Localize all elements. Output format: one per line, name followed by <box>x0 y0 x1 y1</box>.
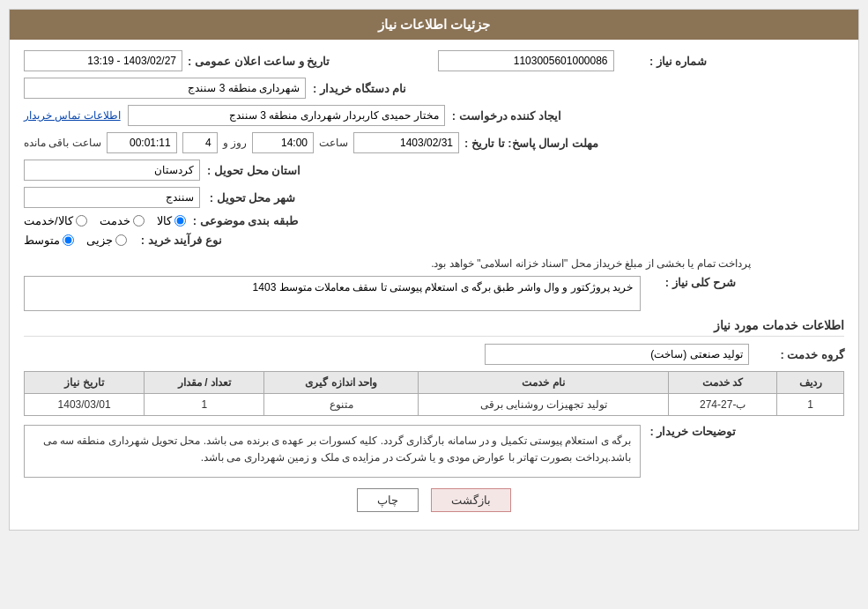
shahr-label: شهر محل تحویل : <box>207 191 295 204</box>
cell-count: 1 <box>145 394 264 416</box>
mohlet-remaining-label: ساعت باقی مانده <box>24 137 101 149</box>
col-code: کد خدمت <box>669 372 777 394</box>
col-date: تاریخ نیاز <box>25 372 145 394</box>
ijad-label: ایجاد کننده درخواست : <box>452 109 561 123</box>
tabaqe-khedmat-label: خدمت <box>100 214 130 227</box>
farind-jozi-radio[interactable] <box>115 234 127 246</box>
farind-jozi-label: جزیی <box>86 234 113 247</box>
shomara-niaz-label: شماره نیاز : <box>619 55 708 68</box>
farind-motavaset-radio[interactable] <box>63 234 74 246</box>
services-section-title: اطلاعات خدمات مورد نیاز <box>24 318 844 337</box>
mohlet-date-input[interactable] <box>353 132 459 153</box>
mohlet-label: مهلت ارسال پاسخ: تا تاریخ : <box>464 137 598 150</box>
mohlet-rooz-label: روز و <box>223 137 247 149</box>
mohlet-saat-label: ساعت <box>319 137 348 149</box>
print-button[interactable]: چاپ <box>357 488 419 512</box>
col-radif: ردیف <box>777 372 844 394</box>
col-unit: واحد اندازه گیری <box>264 372 418 394</box>
tabaqe-kala-khedmat-label: کالا/خدمت <box>24 214 73 227</box>
farind-label: نوع فرآیند خرید : <box>134 234 222 247</box>
col-count: تعداد / مقدار <box>145 372 264 394</box>
tabaqe-kala-khedmat-item[interactable]: کالا/خدمت <box>24 214 87 227</box>
sharh-textarea[interactable]: خرید پروژکتور و وال واشر طبق برگه ی استع… <box>24 276 641 311</box>
table-row: 1 ب-27-274 تولید تجهیزات روشنایی برقی مت… <box>25 394 844 416</box>
nam-dastgah-label: نام دستگاه خریدار : <box>313 82 406 95</box>
page-title: جزئیات اطلاعات نیاز <box>10 10 858 40</box>
notes-label: توضیحات خریدار : <box>648 425 736 438</box>
cell-date: 1403/03/01 <box>25 394 145 416</box>
tarikh-input[interactable] <box>24 50 182 71</box>
tabaqe-kala-radio[interactable] <box>174 215 186 227</box>
tabaqe-kala-label: کالا <box>157 214 172 227</box>
tabaqe-radio-group: کالا خدمت کالا/خدمت <box>24 214 186 227</box>
shomara-niaz-input[interactable] <box>438 50 614 71</box>
mohlet-saat-input[interactable] <box>252 132 314 153</box>
mohlet-remaining-input[interactable] <box>107 132 177 153</box>
service-table: ردیف کد خدمت نام خدمت واحد اندازه گیری ت… <box>24 371 844 416</box>
cell-code: ب-27-274 <box>669 394 777 416</box>
ostan-input[interactable] <box>24 160 200 181</box>
farind-jozi-item[interactable]: جزیی <box>86 234 127 247</box>
bottom-buttons: بازگشت چاپ <box>24 488 844 512</box>
tarikh-label: تاریخ و ساعت اعلان عمومی : <box>188 55 330 68</box>
tabaqe-khedmat-radio[interactable] <box>133 215 145 227</box>
farind-motavaset-item[interactable]: متوسط <box>24 234 74 247</box>
cell-name: تولید تجهیزات روشنایی برقی <box>418 394 669 416</box>
group-service-input[interactable] <box>485 344 749 365</box>
shahr-input[interactable] <box>24 187 200 208</box>
tabaqe-label: طبقه بندی موضوعی : <box>193 214 298 227</box>
farind-note: پرداخت تمام یا بخشی از مبلغ خریداز محل "… <box>431 257 751 270</box>
ijad-input[interactable] <box>128 105 445 126</box>
farind-radio-group: جزیی متوسط <box>24 234 127 247</box>
cell-unit: متنوع <box>264 394 418 416</box>
tabaqe-kala-khedmat-radio[interactable] <box>76 215 87 227</box>
col-name: نام خدمت <box>418 372 669 394</box>
back-button[interactable]: بازگشت <box>431 488 511 512</box>
tabaqe-khedmat-item[interactable]: خدمت <box>100 214 145 227</box>
mohlet-rooz-input[interactable] <box>182 132 218 153</box>
nam-dastgah-input[interactable] <box>24 78 306 99</box>
notes-box: برگه ی استعلام پیوستی تکمیل و در سامانه … <box>24 425 641 478</box>
group-service-label: گروه خدمت : <box>756 348 844 361</box>
farind-motavaset-label: متوسط <box>24 234 60 247</box>
ostan-label: استان محل تحویل : <box>207 164 300 177</box>
cell-radif: 1 <box>777 394 844 416</box>
sharh-label: شرح کلی نیاز : <box>648 276 736 289</box>
tabaqe-kala-item[interactable]: کالا <box>157 214 186 227</box>
contact-link[interactable]: اطلاعات تماس خریدار <box>24 109 121 122</box>
